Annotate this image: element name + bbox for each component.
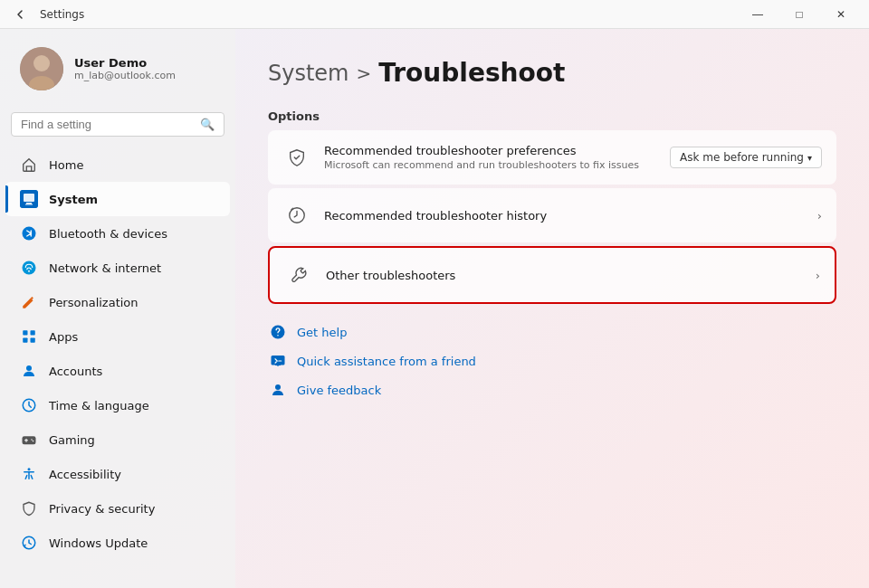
chevron-down-icon: ▾ xyxy=(807,153,812,163)
time-icon xyxy=(20,396,38,414)
svg-rect-10 xyxy=(31,330,35,335)
svg-point-16 xyxy=(31,439,33,441)
recommended-history-row[interactable]: Recommended troubleshooter history › xyxy=(268,188,836,242)
sidebar-item-home[interactable]: Home xyxy=(5,147,230,182)
get-help-link[interactable]: Get help xyxy=(268,322,836,342)
recommended-history-title: Recommended troubleshooter history xyxy=(324,209,817,223)
privacy-icon xyxy=(20,499,38,517)
svg-point-8 xyxy=(28,270,30,272)
ask-before-running-dropdown[interactable]: Ask me before running ▾ xyxy=(670,147,822,168)
other-troubleshooters-card: Other troubleshooters › xyxy=(268,246,836,304)
chevron-right-other-icon: › xyxy=(816,269,820,282)
sidebar-item-personalization-label: Personalization xyxy=(49,296,138,309)
give-feedback-link[interactable]: Give feedback xyxy=(268,380,836,400)
svg-rect-15 xyxy=(23,436,36,444)
avatar xyxy=(20,47,63,90)
user-name: User Demo xyxy=(74,56,176,70)
breadcrumb-parent: System xyxy=(268,61,349,86)
sidebar-item-accessibility[interactable]: Accessibility xyxy=(5,457,230,491)
user-profile[interactable]: User Demo m_lab@outlook.com xyxy=(5,36,230,101)
title-bar: Settings — □ ✕ xyxy=(0,0,869,29)
svg-point-18 xyxy=(28,468,31,470)
bluetooth-icon xyxy=(20,224,38,242)
breadcrumb-separator: > xyxy=(357,62,372,84)
sidebar-item-privacy-label: Privacy & security xyxy=(49,502,155,516)
user-info: User Demo m_lab@outlook.com xyxy=(74,56,176,81)
windows-update-icon xyxy=(20,534,38,552)
svg-rect-5 xyxy=(25,204,33,205)
maximize-button[interactable]: □ xyxy=(778,0,820,29)
app-body: User Demo m_lab@outlook.com 🔍 Home xyxy=(0,29,869,588)
sidebar: User Demo m_lab@outlook.com 🔍 Home xyxy=(0,29,235,588)
recommended-prefs-control[interactable]: Ask me before running ▾ xyxy=(670,147,822,168)
recommended-prefs-card: Recommended troubleshooter preferences M… xyxy=(268,130,836,185)
svg-rect-9 xyxy=(23,330,27,335)
sidebar-item-accessibility-label: Accessibility xyxy=(49,468,121,481)
sidebar-item-accounts-label: Accounts xyxy=(49,365,102,378)
recommended-history-text: Recommended troubleshooter history xyxy=(324,209,817,223)
sidebar-item-network-label: Network & internet xyxy=(49,261,161,275)
accounts-icon xyxy=(20,362,38,380)
other-troubleshooters-title: Other troubleshooters xyxy=(326,269,816,282)
quick-assistance-link[interactable]: Quick assistance from a friend xyxy=(268,351,836,371)
breadcrumb: System > Troubleshoot xyxy=(268,58,836,88)
sidebar-item-privacy[interactable]: Privacy & security xyxy=(5,491,230,526)
recommended-prefs-title: Recommended troubleshooter preferences xyxy=(324,144,670,157)
recommended-prefs-row[interactable]: Recommended troubleshooter preferences M… xyxy=(268,130,836,185)
back-button[interactable] xyxy=(7,2,33,27)
sidebar-item-time-label: Time & language xyxy=(49,399,149,413)
svg-rect-3 xyxy=(24,194,34,202)
sidebar-item-windows-update[interactable]: Windows Update xyxy=(5,526,230,560)
sidebar-item-windows-update-label: Windows Update xyxy=(49,536,148,550)
other-troubleshooters-control: › xyxy=(816,269,820,282)
recommended-history-icon xyxy=(282,201,311,230)
search-box[interactable]: 🔍 xyxy=(11,112,224,137)
recommended-history-control: › xyxy=(817,209,822,223)
personalization-icon xyxy=(20,293,38,311)
svg-rect-4 xyxy=(26,203,32,204)
sidebar-item-bluetooth[interactable]: Bluetooth & devices xyxy=(5,216,230,251)
window-controls: — □ ✕ xyxy=(737,0,862,29)
accessibility-icon xyxy=(20,465,38,483)
other-troubleshooters-text: Other troubleshooters xyxy=(326,269,816,282)
minimize-button[interactable]: — xyxy=(737,0,778,29)
sidebar-item-bluetooth-label: Bluetooth & devices xyxy=(49,227,167,241)
chevron-right-icon: › xyxy=(817,209,822,223)
svg-point-1 xyxy=(33,55,50,71)
sidebar-item-system[interactable]: System xyxy=(5,182,230,216)
app-title: Settings xyxy=(40,8,84,21)
sidebar-item-apps[interactable]: Apps xyxy=(5,319,230,354)
svg-point-13 xyxy=(26,365,32,371)
sidebar-item-apps-label: Apps xyxy=(49,330,78,344)
search-container: 🔍 xyxy=(0,109,235,147)
network-icon xyxy=(20,259,38,277)
get-help-label: Get help xyxy=(297,326,347,339)
sidebar-item-personalization[interactable]: Personalization xyxy=(5,285,230,319)
recommended-prefs-text: Recommended troubleshooter preferences M… xyxy=(324,144,670,171)
svg-rect-11 xyxy=(23,338,27,343)
svg-point-6 xyxy=(23,227,36,241)
quick-assistance-label: Quick assistance from a friend xyxy=(297,355,476,368)
sidebar-item-gaming-label: Gaming xyxy=(49,433,95,447)
close-button[interactable]: ✕ xyxy=(820,0,862,29)
section-label: Options xyxy=(268,109,836,123)
search-input[interactable] xyxy=(21,118,195,131)
links-section: Get help Quick assistance from a friend xyxy=(268,322,836,400)
sidebar-item-network[interactable]: Network & internet xyxy=(5,251,230,285)
other-troubleshooters-row[interactable]: Other troubleshooters › xyxy=(270,248,835,302)
monitor-share-icon xyxy=(268,351,288,371)
apps-icon xyxy=(20,327,38,346)
page-title: Troubleshoot xyxy=(378,58,565,88)
svg-rect-23 xyxy=(272,356,285,365)
recommended-history-card: Recommended troubleshooter history › xyxy=(268,188,836,242)
gaming-icon xyxy=(20,431,38,449)
recommended-prefs-desc: Microsoft can recommend and run troubles… xyxy=(324,159,670,171)
sidebar-item-gaming[interactable]: Gaming xyxy=(5,422,230,457)
wrench-icon xyxy=(284,261,313,289)
search-icon: 🔍 xyxy=(200,118,215,131)
sidebar-item-accounts[interactable]: Accounts xyxy=(5,354,230,388)
content-area: System > Troubleshoot Options Recommende… xyxy=(235,29,869,588)
sidebar-item-time[interactable]: Time & language xyxy=(5,388,230,422)
system-icon xyxy=(20,190,38,208)
recommended-prefs-icon xyxy=(282,143,311,172)
